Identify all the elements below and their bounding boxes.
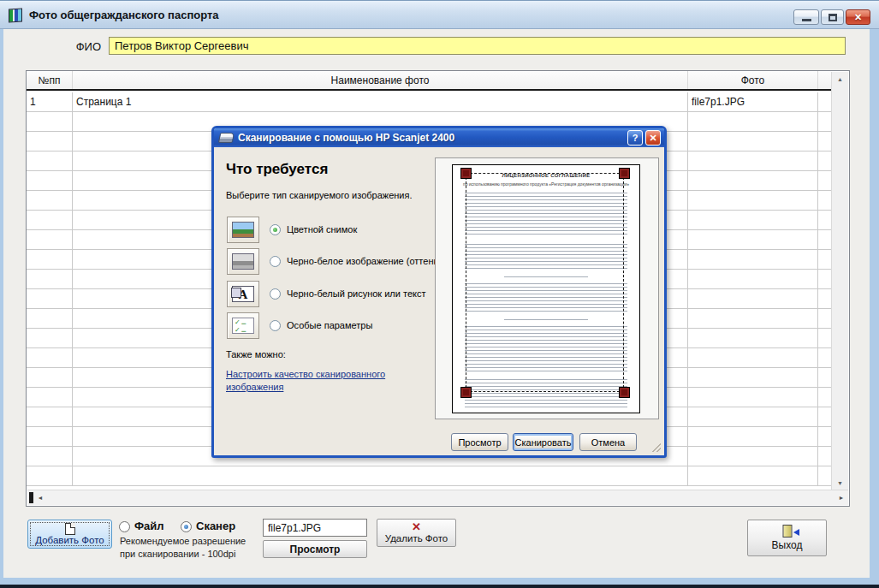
table-cell xyxy=(27,329,73,347)
resolution-hint-line2: при сканировании - 100dpi xyxy=(120,549,235,559)
selection-handle-bottom-right[interactable] xyxy=(619,387,630,398)
custom-settings-icon[interactable] xyxy=(227,312,259,339)
minimize-icon xyxy=(802,19,811,21)
fio-input[interactable] xyxy=(109,37,846,55)
table-cell xyxy=(688,407,818,426)
column-header-name: Наименование фото xyxy=(73,71,688,89)
table-cell xyxy=(818,407,831,426)
scroll-down-icon[interactable]: ▼ xyxy=(832,476,848,490)
radio-scanner-label[interactable]: Сканер xyxy=(196,520,235,532)
selection-rectangle[interactable] xyxy=(466,173,624,392)
table-cell xyxy=(27,250,73,269)
resolution-hint-line1: Рекомендуемое разрешение xyxy=(120,536,246,546)
table-vertical-scrollbar[interactable]: ▲ ▼ xyxy=(831,72,848,490)
fio-label: ФИО xyxy=(34,40,101,53)
add-photo-label: Добавить Фото xyxy=(28,535,111,545)
app-window: Фото общегражданского паспорта ✕ ФИО №пп… xyxy=(0,0,879,588)
table-cell xyxy=(27,407,73,426)
table-cell xyxy=(818,309,831,328)
delete-photo-button[interactable]: ✕ Удалить Фото xyxy=(377,519,456,547)
close-button[interactable]: ✕ xyxy=(846,9,870,25)
table-cell xyxy=(818,388,831,407)
delete-photo-label: Удалить Фото xyxy=(377,533,455,543)
scroll-left-icon[interactable]: ◄ xyxy=(35,490,45,505)
scroll-up-icon[interactable]: ▲ xyxy=(832,72,848,86)
table-cell xyxy=(818,211,831,229)
table-cell xyxy=(27,309,73,328)
scanner-icon xyxy=(218,133,235,143)
filename-input[interactable] xyxy=(263,519,367,537)
table-cell xyxy=(688,171,818,190)
adjust-quality-link[interactable]: Настроить качество сканированного изобра… xyxy=(226,368,407,394)
exit-door-icon xyxy=(782,525,792,538)
table-cell xyxy=(27,270,73,288)
preview-pane: ЛИЦЕНЗИОННОЕ СОГЛАШЕНИЕ по использованию… xyxy=(435,157,659,419)
table-cell xyxy=(27,151,73,170)
scan-option-radio[interactable] xyxy=(270,320,281,331)
scan-option-label[interactable]: Цветной снимок xyxy=(287,224,357,235)
bw-text-icon[interactable] xyxy=(227,281,259,307)
table-cell xyxy=(688,112,818,131)
page-icon xyxy=(65,523,75,535)
radio-file-label[interactable]: Файл xyxy=(134,520,164,532)
table-cell xyxy=(818,348,831,367)
table-cell xyxy=(818,112,831,131)
selection-handle-bottom-left[interactable] xyxy=(460,387,472,398)
table-cell xyxy=(688,368,818,387)
preview-button[interactable]: Просмотр xyxy=(263,540,367,558)
exit-button[interactable]: Выход xyxy=(747,520,827,556)
dialog-preview-button[interactable]: Просмотр xyxy=(451,433,508,451)
help-button[interactable]: ? xyxy=(627,130,643,146)
table-cell xyxy=(818,230,831,249)
table-cell xyxy=(688,388,818,407)
table-cell xyxy=(818,329,831,347)
scrollbar-thumb[interactable] xyxy=(29,492,33,503)
radio-file[interactable] xyxy=(119,521,130,532)
exit-label: Выход xyxy=(748,539,826,551)
table-cell xyxy=(27,112,73,131)
selection-handle-top-left[interactable] xyxy=(460,168,472,179)
minimize-button[interactable] xyxy=(793,9,819,25)
dialog-scan-button[interactable]: Сканировать xyxy=(513,433,573,451)
scan-option-label[interactable]: Особые параметры xyxy=(287,320,372,330)
table-cell xyxy=(688,191,818,210)
scan-dialog-titlebar: Сканирование с помощью HP Scanjet 2400 ?… xyxy=(214,128,664,147)
table-cell xyxy=(27,230,73,249)
table-horizontal-scrollbar[interactable]: ◄ ► xyxy=(27,490,848,505)
add-photo-button[interactable]: Добавить Фото xyxy=(27,520,112,549)
books-icon xyxy=(9,8,22,22)
window-titlebar: Фото общегражданского паспорта ✕ xyxy=(0,0,879,29)
scroll-right-icon[interactable]: ► xyxy=(836,490,846,505)
table-cell xyxy=(27,447,73,466)
table-cell xyxy=(818,368,831,387)
grayscale-photo-icon[interactable] xyxy=(227,248,259,275)
scan-option-radio[interactable] xyxy=(270,256,281,267)
column-header-num: №пп xyxy=(27,71,73,89)
table-header: №пп Наименование фото Фото xyxy=(27,71,831,91)
color-photo-icon[interactable] xyxy=(227,217,259,243)
table-row[interactable]: 1Страница 1file7p1.JPG xyxy=(27,92,831,112)
also-label: Также можно: xyxy=(226,349,286,359)
maximize-button[interactable] xyxy=(821,9,844,25)
table-cell xyxy=(688,270,818,288)
scan-option-radio[interactable] xyxy=(270,224,281,235)
table-cell xyxy=(27,466,73,485)
scan-option-label[interactable]: Черно-белый рисунок или текст xyxy=(287,288,425,299)
resize-grip[interactable] xyxy=(652,443,661,452)
radio-scanner[interactable] xyxy=(181,521,192,532)
table-cell: 1 xyxy=(27,92,73,111)
table-cell xyxy=(818,447,831,466)
scan-option-label[interactable]: Черно-белое изображение (оттенки xyxy=(287,256,442,266)
selection-handle-top-right[interactable] xyxy=(619,168,630,179)
table-row[interactable] xyxy=(27,466,831,486)
maximize-icon xyxy=(829,14,837,21)
column-header-extra xyxy=(818,71,831,89)
scan-option-radio[interactable] xyxy=(270,288,281,300)
dialog-cancel-button[interactable]: Отмена xyxy=(579,433,637,451)
table-cell xyxy=(818,171,831,190)
dialog-close-button[interactable]: ✕ xyxy=(645,130,661,146)
table-cell xyxy=(688,132,818,151)
scan-option: Особые параметры xyxy=(227,312,372,339)
table-cell xyxy=(27,427,73,446)
table-cell xyxy=(27,289,73,308)
